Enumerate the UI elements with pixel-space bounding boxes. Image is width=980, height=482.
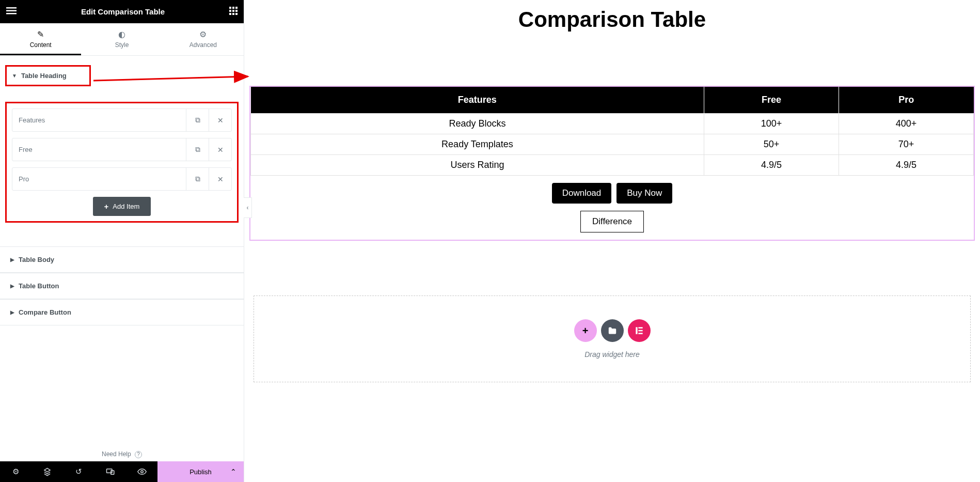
- svg-rect-0: [6, 7, 17, 9]
- repeater-row[interactable]: Free ⧉ ✕: [12, 138, 232, 161]
- section-table-body[interactable]: ▶ Table Body: [0, 246, 244, 273]
- page-title: Comparison Table: [249, 7, 975, 32]
- add-item-button[interactable]: + Add Item: [93, 197, 151, 216]
- difference-button[interactable]: Difference: [580, 211, 644, 232]
- svg-rect-3: [229, 7, 231, 9]
- repeater-row[interactable]: Features ⧉ ✕: [12, 108, 232, 132]
- navigator-icon[interactable]: [31, 461, 63, 482]
- svg-rect-1: [6, 10, 17, 11]
- pencil-icon: ✎: [0, 29, 81, 39]
- table-cell: Ready Templates: [251, 134, 704, 155]
- panel-body: ▼ Table Heading Features ⧉ ✕ Free ⧉ ✕ Pr…: [0, 56, 244, 445]
- svg-rect-9: [229, 13, 231, 15]
- heading-items-highlight: Features ⧉ ✕ Free ⧉ ✕ Pro ⧉ ✕ + Add Item: [5, 102, 239, 223]
- table-cell: 70+: [839, 134, 973, 155]
- tab-content[interactable]: ✎ Content: [0, 23, 81, 55]
- svg-rect-8: [235, 10, 238, 12]
- settings-icon[interactable]: ⚙: [0, 461, 31, 482]
- add-item-label: Add Item: [113, 203, 139, 210]
- caret-down-icon: ▼: [12, 73, 17, 79]
- duplicate-icon[interactable]: ⧉: [186, 168, 209, 190]
- table-row: Ready Templates 50+ 70+: [251, 134, 974, 155]
- repeater-label[interactable]: Free: [12, 138, 186, 161]
- svg-rect-10: [232, 13, 234, 15]
- elementskit-icon[interactable]: [628, 319, 651, 342]
- svg-rect-11: [235, 13, 238, 15]
- editor-sidebar: Edit Comparison Table ✎ Content ◐ Style …: [0, 0, 244, 482]
- publish-button[interactable]: Publish ⌃: [157, 461, 244, 482]
- svg-rect-5: [235, 7, 238, 9]
- section-table-heading-label: Table Heading: [21, 72, 67, 80]
- template-library-icon[interactable]: [601, 319, 624, 342]
- tab-advanced[interactable]: ⚙ Advanced: [163, 23, 244, 55]
- tab-advanced-label: Advanced: [189, 41, 217, 49]
- caret-right-icon: ▶: [10, 309, 14, 315]
- table-cell: 4.9/5: [704, 155, 839, 176]
- duplicate-icon[interactable]: ⧉: [186, 109, 209, 131]
- elements-grid-icon[interactable]: [229, 7, 238, 17]
- caret-right-icon: ▶: [10, 257, 14, 262]
- need-help-label: Need Help: [102, 450, 131, 458]
- repeater-label[interactable]: Features: [12, 109, 186, 131]
- comparison-table: Features Free Pro Ready Blocks 100+ 400+…: [250, 87, 974, 176]
- svg-rect-7: [232, 10, 234, 12]
- preview-canvas: ‹ Comparison Table Features Free Pro Rea…: [244, 0, 980, 482]
- svg-rect-6: [229, 10, 231, 12]
- compare-row: Difference: [250, 206, 974, 240]
- table-cell: 50+: [704, 134, 839, 155]
- section-table-body-label: Table Body: [19, 256, 54, 263]
- history-icon[interactable]: ↺: [63, 461, 94, 482]
- svg-point-14: [140, 471, 143, 473]
- section-compare-button[interactable]: ▶ Compare Button: [0, 299, 244, 325]
- remove-icon[interactable]: ✕: [209, 109, 231, 131]
- svg-rect-4: [232, 7, 234, 9]
- collapse-sidebar-handle[interactable]: ‹: [244, 197, 252, 218]
- comparison-table-widget[interactable]: Features Free Pro Ready Blocks 100+ 400+…: [249, 86, 975, 241]
- duplicate-icon[interactable]: ⧉: [186, 138, 209, 161]
- table-cell: 4.9/5: [839, 155, 973, 176]
- add-section-icon[interactable]: +: [574, 319, 597, 342]
- menu-hamburger-icon[interactable]: [6, 7, 17, 17]
- table-header: Pro: [839, 87, 973, 114]
- plus-icon: +: [104, 202, 109, 211]
- repeater-row[interactable]: Pro ⧉ ✕: [12, 167, 232, 191]
- buy-now-button[interactable]: Buy Now: [617, 183, 672, 204]
- remove-icon[interactable]: ✕: [209, 138, 231, 161]
- chevron-up-icon[interactable]: ⌃: [230, 468, 236, 476]
- table-header: Free: [704, 87, 839, 114]
- editor-tabs: ✎ Content ◐ Style ⚙ Advanced: [0, 23, 244, 56]
- preview-icon[interactable]: [126, 461, 157, 482]
- responsive-icon[interactable]: [94, 461, 126, 482]
- table-header: Features: [251, 87, 704, 114]
- tab-content-label: Content: [30, 41, 52, 49]
- remove-icon[interactable]: ✕: [209, 168, 231, 190]
- gear-icon: ⚙: [163, 29, 244, 39]
- repeater-label[interactable]: Pro: [12, 168, 186, 190]
- svg-rect-2: [6, 13, 17, 14]
- section-table-heading[interactable]: ▼ Table Heading: [12, 72, 67, 80]
- table-cell: Ready Blocks: [251, 114, 704, 134]
- table-cell: 100+: [704, 114, 839, 134]
- section-table-heading-highlight: ▼ Table Heading: [5, 65, 91, 86]
- section-table-button-label: Table Button: [19, 282, 59, 290]
- table-cell: Users Rating: [251, 155, 704, 176]
- drop-icons: +: [574, 319, 651, 342]
- table-row: Ready Blocks 100+ 400+: [251, 114, 974, 134]
- table-row: Users Rating 4.9/5 4.9/5: [251, 155, 974, 176]
- contrast-icon: ◐: [81, 29, 162, 39]
- drop-zone[interactable]: + Drag widget here: [254, 296, 971, 382]
- sidebar-header: Edit Comparison Table: [0, 0, 244, 23]
- publish-label: Publish: [189, 468, 212, 476]
- help-icon: ?: [135, 451, 142, 458]
- button-row: Download Buy Now: [250, 176, 974, 206]
- need-help-link[interactable]: Need Help ?: [0, 445, 244, 461]
- section-table-button[interactable]: ▶ Table Button: [0, 273, 244, 299]
- download-button[interactable]: Download: [552, 183, 612, 204]
- drop-hint: Drag widget here: [584, 350, 640, 359]
- tab-style-label: Style: [115, 41, 129, 49]
- caret-right-icon: ▶: [10, 283, 14, 289]
- section-compare-button-label: Compare Button: [19, 308, 71, 316]
- sidebar-title: Edit Comparison Table: [17, 7, 229, 16]
- tab-style[interactable]: ◐ Style: [81, 23, 162, 55]
- bottom-toolbar: ⚙ ↺ Publish ⌃: [0, 461, 244, 482]
